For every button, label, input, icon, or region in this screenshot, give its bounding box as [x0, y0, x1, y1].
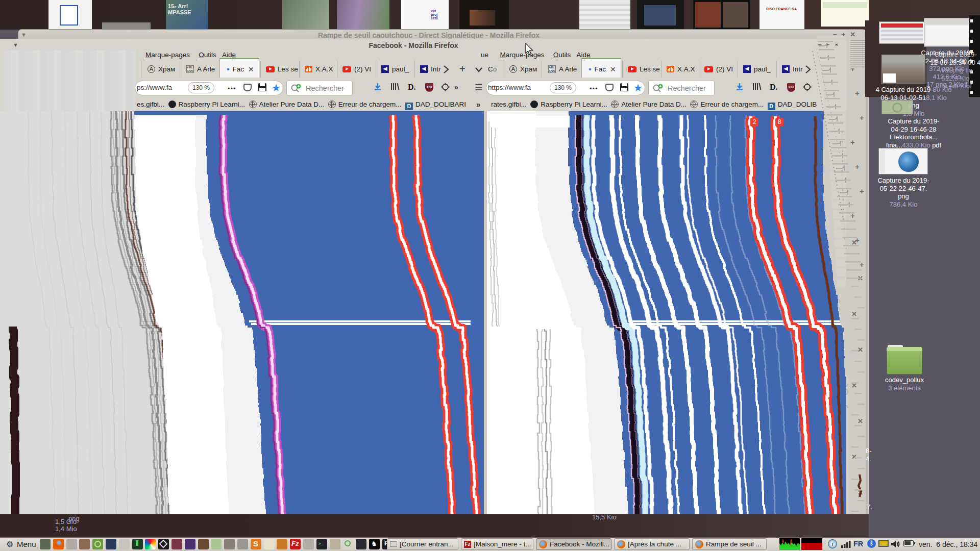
svg-text:+: +: [860, 113, 864, 122]
svg-text:✕: ✕: [851, 310, 857, 318]
svg-text:+: +: [850, 138, 855, 146]
svg-text:+: +: [855, 162, 860, 171]
svg-text:✕: ✕: [857, 417, 863, 425]
svg-text:+: +: [860, 187, 864, 195]
svg-text:✕: ✕: [857, 346, 863, 354]
svg-text:✕: ✕: [851, 453, 857, 461]
svg-text:+: +: [855, 89, 860, 97]
